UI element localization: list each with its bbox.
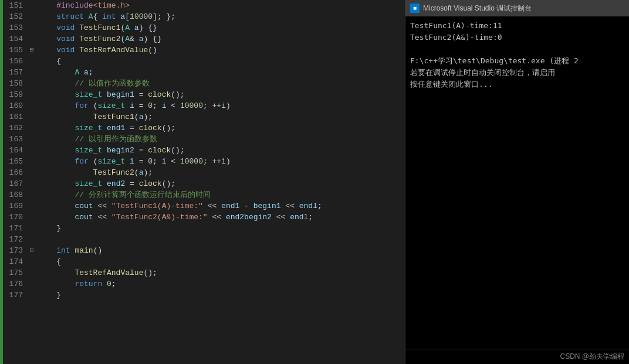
code-content: size_t begin2 = clock(); <box>36 145 405 156</box>
code-content: cout << "TestFunc2(A&)-time:" << end2beg… <box>36 212 405 223</box>
code-content: int main() <box>36 245 405 256</box>
code-line: 173⊟ int main() <box>3 245 405 256</box>
code-content: } <box>36 223 405 234</box>
code-line: 156 { <box>3 56 405 67</box>
line-number: 177 <box>3 290 28 301</box>
line-number: 166 <box>3 167 28 178</box>
line-number: 172 <box>3 234 28 245</box>
code-line: 164 size_t begin2 = clock(); <box>3 145 405 156</box>
code-editor: 151 #include<time.h>152 struct A{ int a[… <box>0 0 405 364</box>
code-content: A a; <box>36 67 405 78</box>
line-number: 153 <box>3 22 28 33</box>
code-content: // 以引用作为函数参数 <box>36 134 405 145</box>
code-content: void TestRefAndValue() <box>36 45 405 56</box>
fold-gutter[interactable]: ⊟ <box>28 45 36 56</box>
line-number: 168 <box>3 189 28 200</box>
code-content: #include<time.h> <box>36 0 405 11</box>
code-line: 176 return 0; <box>3 278 405 290</box>
code-line: 169 cout << "TestFunc1(A)-time:" << end1… <box>3 200 405 212</box>
line-number: 174 <box>3 256 28 267</box>
code-line: 172 <box>3 234 405 245</box>
line-number: 175 <box>3 267 28 278</box>
code-content: size_t begin1 = clock(); <box>36 89 405 100</box>
code-content: void TestFunc1(A a) {} <box>36 22 405 33</box>
line-number: 162 <box>3 123 28 134</box>
console-body: TestFunc1(A)-time:11TestFunc2(A&)-time:0… <box>405 16 629 349</box>
code-line: 158 // 以值作为函数参数 <box>3 78 405 89</box>
console-output-line <box>410 43 624 55</box>
console-output-line: TestFunc1(A)-time:11 <box>410 20 624 32</box>
code-line: 177 } <box>3 290 405 301</box>
code-content: size_t end1 = clock(); <box>36 123 405 134</box>
code-line: 157 A a; <box>3 67 405 78</box>
console-footer: CSDN @劲夫学编程 <box>405 349 629 364</box>
code-content: TestRefAndValue(); <box>36 267 405 278</box>
line-number: 155 <box>3 45 28 56</box>
line-number: 152 <box>3 11 28 22</box>
code-line: 170 cout << "TestFunc2(A&)-time:" << end… <box>3 212 405 223</box>
code-line: 152 struct A{ int a[10000]; }; <box>3 11 405 22</box>
code-line: 163 // 以引用作为函数参数 <box>3 134 405 145</box>
console-panel: ■ Microsoft Visual Studio 调试控制台 TestFunc… <box>405 0 629 364</box>
line-number: 173 <box>3 245 28 256</box>
code-line: 162 size_t end1 = clock(); <box>3 123 405 134</box>
code-content: cout << "TestFunc1(A)-time:" << end1 - b… <box>36 200 405 212</box>
code-line: 159 size_t begin1 = clock(); <box>3 89 405 100</box>
console-titlebar: ■ Microsoft Visual Studio 调试控制台 <box>405 0 629 16</box>
code-line: 175 TestRefAndValue(); <box>3 267 405 278</box>
line-number: 167 <box>3 178 28 189</box>
line-number: 158 <box>3 78 28 89</box>
line-number: 164 <box>3 145 28 156</box>
code-content: void TestFunc2(A& a) {} <box>36 33 405 45</box>
code-line: 160 for (size_t i = 0; i < 10000; ++i) <box>3 100 405 111</box>
code-line: 167 size_t end2 = clock(); <box>3 178 405 189</box>
code-line: 155⊟ void TestRefAndValue() <box>3 45 405 56</box>
code-content: { <box>36 56 405 67</box>
line-number: 169 <box>3 200 28 212</box>
line-number: 157 <box>3 67 28 78</box>
line-number: 154 <box>3 33 28 45</box>
code-line: 168 // 分别计算两个函数运行结束后的时间 <box>3 189 405 200</box>
console-output-line: TestFunc2(A&)-time:0 <box>410 32 624 43</box>
code-content: } <box>36 290 405 301</box>
code-content: { <box>36 256 405 267</box>
code-line: 166 TestFunc2(a); <box>3 167 405 178</box>
line-number: 151 <box>3 0 28 11</box>
code-line: 171 } <box>3 223 405 234</box>
line-number: 159 <box>3 89 28 100</box>
code-line: 154 void TestFunc2(A& a) {} <box>3 33 405 45</box>
line-number: 160 <box>3 100 28 111</box>
console-output-line: F:\c++学习\test\Debug\test.exe (进程 2 <box>410 55 624 67</box>
code-content: TestFunc1(a); <box>36 111 405 123</box>
console-output-line: 若要在调试停止时自动关闭控制台，请启用 <box>410 67 624 79</box>
console-output-line: 按任意键关闭此窗口... <box>410 79 624 90</box>
line-number: 165 <box>3 156 28 167</box>
code-content: for (size_t i = 0; i < 10000; ++i) <box>36 100 405 111</box>
code-content: size_t end2 = clock(); <box>36 178 405 189</box>
code-content: for (size_t i = 0; i < 10000; ++i) <box>36 156 405 167</box>
code-line: 151 #include<time.h> <box>3 0 405 11</box>
code-content: // 分别计算两个函数运行结束后的时间 <box>36 189 405 200</box>
line-number: 170 <box>3 212 28 223</box>
code-content: // 以值作为函数参数 <box>36 78 405 89</box>
code-line: 165 for (size_t i = 0; i < 10000; ++i) <box>3 156 405 167</box>
line-number: 163 <box>3 134 28 145</box>
fold-gutter[interactable]: ⊟ <box>28 245 36 256</box>
line-number: 161 <box>3 111 28 123</box>
code-line: 161 TestFunc1(a); <box>3 111 405 123</box>
console-title: Microsoft Visual Studio 调试控制台 <box>423 4 532 13</box>
code-line: 174 { <box>3 256 405 267</box>
code-content <box>36 234 405 245</box>
code-area: 151 #include<time.h>152 struct A{ int a[… <box>3 0 405 364</box>
code-content: struct A{ int a[10000]; }; <box>36 11 405 22</box>
line-number: 171 <box>3 223 28 234</box>
code-content: return 0; <box>36 278 405 290</box>
code-line: 153 void TestFunc1(A a) {} <box>3 22 405 33</box>
line-number: 176 <box>3 278 28 290</box>
code-content: TestFunc2(a); <box>36 167 405 178</box>
console-icon: ■ <box>410 4 420 13</box>
line-number: 156 <box>3 56 28 67</box>
